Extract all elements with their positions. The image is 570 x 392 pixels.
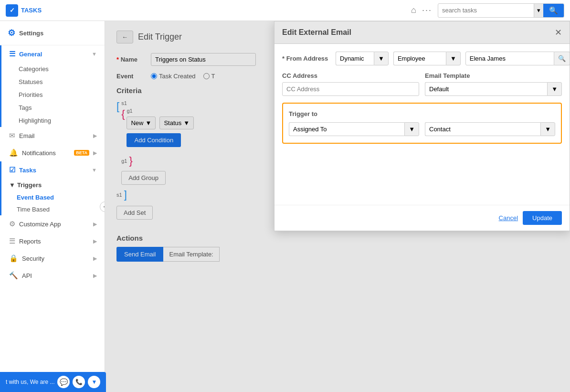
- trigger-to-value-arrow[interactable]: ▼: [540, 122, 555, 136]
- trigger-to-type-arrow[interactable]: ▼: [404, 122, 419, 136]
- sidebar-item-notifications[interactable]: 🔔 Notifications BETA ▶: [1, 144, 105, 161]
- app-name: TASKS: [21, 7, 42, 14]
- email-template-value: Default: [425, 82, 547, 96]
- sidebar-item-customize[interactable]: ⚙ Customize App ▶: [1, 215, 105, 233]
- sidebar-section-tasks: ☑ Tasks ▼ ▼ Triggers Event Based Time Ba…: [0, 161, 105, 215]
- sidebar: ⚙ Settings ☰ General ▼ Categories Status…: [0, 21, 105, 392]
- sidebar-item-notifications-label: Notifications: [22, 149, 68, 157]
- modal-body: * From Address Dynamic ▼ Employee ▼: [274, 44, 570, 205]
- app-logo[interactable]: ✓ TASKS: [6, 4, 42, 17]
- sidebar-trigger-time-based[interactable]: Time Based: [9, 203, 105, 215]
- customize-icon: ⚙: [9, 220, 15, 228]
- sidebar-sub-statuses[interactable]: Statuses: [19, 75, 105, 88]
- sidebar-trigger-event-based[interactable]: Event Based: [9, 191, 105, 203]
- from-type-value: Dynamic: [336, 52, 374, 65]
- notifications-icon: 🔔: [9, 148, 18, 157]
- cc-address-label: CC Address: [282, 72, 419, 79]
- chat-message-btn[interactable]: 💬: [57, 376, 70, 388]
- logo-icon: ✓: [6, 4, 18, 17]
- reports-arrow-icon: ▶: [93, 238, 97, 244]
- modal-overlay: Edit External Email ✕ * From Address Dyn…: [105, 21, 570, 392]
- settings-icon: ⚙: [8, 28, 15, 38]
- sidebar-title: Settings: [19, 30, 43, 37]
- chat-phone-btn[interactable]: 📞: [73, 376, 85, 388]
- api-icon: 🔨: [9, 271, 18, 280]
- beta-badge: BETA: [74, 150, 89, 156]
- from-address-fields: Dynamic ▼ Employee ▼ 🔍: [336, 52, 570, 65]
- sidebar-section-api: 🔨 API ▶: [0, 267, 105, 284]
- sidebar-item-tasks[interactable]: ☑ Tasks ▼: [1, 161, 105, 179]
- email-arrow-icon: ▶: [93, 133, 97, 139]
- general-icon: ☰: [9, 50, 15, 58]
- trigger-to-type-wrap: Assigned To ▼: [289, 122, 419, 136]
- cc-address-block: CC Address: [282, 72, 419, 96]
- triggers-group: ▼ Triggers Event Based Time Based: [1, 179, 105, 215]
- from-employee-select-wrap: Employee ▼: [393, 52, 461, 65]
- from-name-search-btn[interactable]: 🔍: [554, 52, 570, 65]
- from-type-arrow[interactable]: ▼: [374, 52, 389, 65]
- from-name-wrap: 🔍: [465, 52, 570, 65]
- modal-footer: Cancel Update: [274, 205, 570, 231]
- sidebar-item-security[interactable]: 🔒 Security ▶: [1, 250, 105, 267]
- more-icon[interactable]: ···: [422, 5, 432, 15]
- general-arrow-icon: ▼: [92, 51, 97, 57]
- edit-external-email-modal: Edit External Email ✕ * From Address Dyn…: [274, 21, 570, 231]
- cc-address-input[interactable]: [282, 82, 419, 96]
- sidebar-item-reports[interactable]: ☰ Reports ▶: [1, 233, 105, 250]
- reports-icon: ☰: [9, 237, 15, 245]
- email-template-block: Email Template Default ▼: [425, 72, 562, 96]
- topnav: ✓ TASKS ⌂ ··· ▾ 🔍: [0, 0, 570, 21]
- sidebar-item-reports-label: Reports: [19, 238, 89, 245]
- trigger-to-label: Trigger to: [289, 110, 555, 117]
- sidebar-item-api[interactable]: 🔨 API ▶: [1, 267, 105, 284]
- trigger-to-type-value: Assigned To: [289, 122, 404, 136]
- sidebar-section-reports: ☰ Reports ▶: [0, 233, 105, 250]
- modal-header: Edit External Email ✕: [274, 21, 570, 44]
- trigger-to-value-value: Contact: [425, 122, 540, 136]
- chat-text: t with us, We are ...: [6, 379, 54, 385]
- security-icon: 🔒: [9, 254, 18, 263]
- modal-close-button[interactable]: ✕: [555, 27, 562, 38]
- search-dropdown-arrow[interactable]: ▾: [534, 3, 543, 18]
- home-icon[interactable]: ⌂: [411, 5, 416, 15]
- tasks-icon: ☑: [9, 166, 15, 174]
- trigger-to-box: Trigger to Assigned To ▼ Contact ▼: [282, 103, 562, 144]
- sidebar-section-notifications: 🔔 Notifications BETA ▶: [0, 144, 105, 161]
- sidebar-item-email[interactable]: ✉ Email ▶: [1, 127, 105, 144]
- sidebar-sub-tags[interactable]: Tags: [19, 101, 105, 114]
- sidebar-item-general[interactable]: ☰ General ▼: [1, 45, 105, 63]
- from-address-row: * From Address Dynamic ▼ Employee ▼: [282, 52, 562, 65]
- api-arrow-icon: ▶: [93, 273, 97, 279]
- from-address-label: * From Address: [282, 55, 330, 62]
- customize-arrow-icon: ▶: [93, 221, 97, 227]
- sidebar-sub-highlighting[interactable]: Highlighting: [19, 114, 105, 127]
- from-employee-value: Employee: [393, 52, 446, 65]
- security-arrow-icon: ▶: [93, 255, 97, 262]
- cancel-button[interactable]: Cancel: [499, 211, 518, 225]
- sidebar-section-customize: ⚙ Customize App ▶: [0, 215, 105, 233]
- update-button[interactable]: Update: [523, 211, 562, 225]
- email-template-arrow[interactable]: ▼: [547, 82, 562, 96]
- sidebar-sub-categories[interactable]: Categories: [19, 63, 105, 75]
- general-subitems: Categories Statuses Priorities Tags High…: [1, 63, 105, 127]
- sidebar-item-general-label: General: [19, 51, 88, 58]
- search-bar: ▾ 🔍: [438, 3, 564, 18]
- sidebar-section-email: ✉ Email ▶: [0, 127, 105, 144]
- from-employee-arrow[interactable]: ▼: [446, 52, 461, 65]
- modal-title: Edit External Email: [282, 28, 351, 37]
- cc-template-row: CC Address Email Template Default ▼: [282, 72, 562, 96]
- trigger-to-value-wrap: Contact ▼: [425, 122, 555, 136]
- email-template-select-wrap: Default ▼: [425, 82, 562, 96]
- from-name-input[interactable]: [465, 52, 554, 65]
- chat-widget[interactable]: t with us, We are ... 💬 📞 ▼: [0, 372, 106, 392]
- notifications-arrow-icon: ▶: [93, 150, 97, 156]
- sidebar-item-tasks-label: Tasks: [19, 167, 88, 174]
- sidebar-sub-priorities[interactable]: Priorities: [19, 88, 105, 101]
- search-button[interactable]: 🔍: [543, 3, 564, 18]
- chat-down-btn[interactable]: ▼: [88, 376, 100, 388]
- from-type-select-wrap: Dynamic ▼: [336, 52, 389, 65]
- sidebar-section-security: 🔒 Security ▶: [0, 250, 105, 267]
- sidebar-item-email-label: Email: [19, 132, 89, 139]
- sidebar-item-security-label: Security: [22, 255, 89, 262]
- search-input[interactable]: [438, 7, 534, 14]
